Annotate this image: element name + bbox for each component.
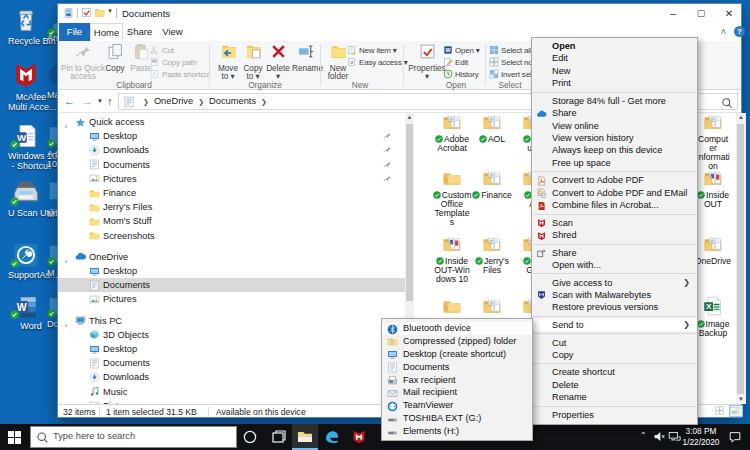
menu-item-properties[interactable]: Properties [532,409,697,421]
qat-new-folder-button[interactable] [94,7,105,18]
menu-item-open[interactable]: Open [532,40,697,52]
send-to-item-teamviewer[interactable]: TeamViewer [382,399,532,412]
ribbon-new-item-button[interactable]: New item ▾ [347,45,397,55]
nav-item-this-pc[interactable]: ∨This PC [58,314,405,328]
ribbon-pin-to-quick-access-button[interactable]: Pin to Quickaccess [58,43,108,82]
help-button[interactable]: ? [734,26,745,37]
scroll-up-icon[interactable]: ▲ [736,113,746,122]
nav-item-onedrive[interactable]: ∨OneDrive [58,250,405,264]
view-list-button[interactable] [715,406,728,417]
menu-item-open-with[interactable]: Open with... [532,259,697,271]
menu-item-new[interactable]: New [532,65,697,77]
task-view-button[interactable] [266,424,292,450]
up-button[interactable]: ↑ [107,95,113,107]
nav-item-downloads[interactable]: Downloads [58,143,405,157]
menu-item-cut[interactable]: Cut [532,337,697,349]
send-to-item-elements-h[interactable]: Elements (H:) [382,425,532,438]
view-thumbnails-button[interactable] [729,405,743,417]
menu-item-scan-with-malwarebytes[interactable]: Scan with Malwarebytes [532,289,697,301]
forward-button[interactable]: → [82,95,93,107]
ribbon-open-button[interactable]: WOpen ▾ [443,45,480,55]
menu-item-combine-files-in-acrobat[interactable]: Combine files in Acrobat... [532,199,697,211]
menu-item-create-shortcut[interactable]: Create shortcut [532,366,697,378]
mcafee-taskbar-button[interactable] [346,424,372,450]
scroll-up-icon[interactable]: ▲ [405,113,414,122]
ribbon-properties-button[interactable]: Properties▾ [407,43,447,82]
menu-item-rename[interactable]: Rename [532,391,697,403]
cortana-button[interactable] [237,424,263,450]
action-center-icon[interactable] [728,430,742,444]
scroll-down-icon[interactable]: ▼ [736,395,746,404]
menu-item-share[interactable]: Share [532,107,697,119]
nav-item-music[interactable]: Music [58,385,405,399]
nav-item-pictures[interactable]: Pictures [58,292,405,306]
menu-item-view-version-history[interactable]: View version history [532,132,697,144]
nav-item-desktop[interactable]: Desktop [58,129,405,143]
nav-item-documents[interactable]: Documents [58,278,405,292]
start-button[interactable] [0,424,28,450]
menu-item-shred[interactable]: Shred [532,229,697,241]
menu-item-free-up-space[interactable]: Free up space [532,157,697,169]
send-to-item-desktop-create-shortcut[interactable]: Desktop (create shortcut) [382,348,532,361]
edge-button[interactable] [319,424,345,450]
send-to-item-mail-recipient[interactable]: Mail recipient [382,386,532,399]
back-button[interactable]: ← [64,95,75,107]
nav-item-downloads[interactable]: Downloads [58,370,405,384]
taskbar-clock[interactable]: 3:08 PM1/22/2020 [681,426,721,447]
volume-icon[interactable] [653,430,666,443]
nav-item-jerry-s-files[interactable]: Jerry's Files [58,200,405,214]
minimize-button[interactable]: – [660,4,686,23]
nav-item-3d-objects[interactable]: 3D Objects [58,328,405,342]
send-to-item-bluetooth-device[interactable]: Bluetooth device [382,322,532,335]
menu-item-view-online[interactable]: View online [532,120,697,132]
menu-item-give-access-to[interactable]: Give access to❯ [532,277,697,289]
menu-item-scan[interactable]: Scan [532,217,697,229]
nav-item-documents[interactable]: Documents [58,356,405,370]
scrollbar-thumb[interactable] [406,124,413,301]
ribbon-easy-access-button[interactable]: Easy access ▾ [347,57,408,67]
ribbon-history-button[interactable]: History [443,69,479,79]
nav-item-mom-s-stuff[interactable]: Mom's Stuff [58,214,405,228]
ribbon-paste-shortcut-button[interactable]: Paste shortcut [150,69,210,79]
menu-item-edit[interactable]: Edit [532,52,697,64]
ribbon-select-all-button[interactable]: Select all [489,45,531,55]
menu-item-delete[interactable]: Delete [532,379,697,391]
tab-share[interactable]: Share [123,23,156,41]
ribbon-copy-path-button[interactable]: Copy path [150,57,197,67]
menu-item-send-to[interactable]: Send to❯ [532,319,697,331]
taskbar-search[interactable]: Type here to search [30,426,237,448]
file-list-scrollbar[interactable]: ▲▼ [736,113,746,404]
menu-item-storage-84-full-get-more[interactable]: Storage 84% full - Get more [532,95,697,107]
nav-item-screenshots[interactable]: Screenshots [58,229,405,243]
nav-item-quick-access[interactable]: ∨Quick access [58,115,405,129]
recent-locations-dropdown[interactable]: ▼ [97,98,103,104]
qat-customize-dropdown[interactable]: ▼ [107,8,113,14]
tab-view[interactable]: View [156,23,189,41]
maximize-button[interactable]: ▢ [688,4,714,23]
ribbon-rename-button[interactable]: Rename [292,43,320,73]
send-to-item-documents[interactable]: Documents [382,361,532,374]
ribbon-copy-button[interactable]: Copy [102,43,128,73]
ribbon-cut-button[interactable]: Cut [150,45,174,55]
menu-item-always-keep-on-this-device[interactable]: Always keep on this device [532,144,697,156]
ribbon-collapse-icon[interactable]: ᐱ [721,28,726,36]
qat-properties-button[interactable] [81,7,92,18]
menu-item-copy[interactable]: Copy [532,349,697,361]
tray-chevron-icon[interactable]: ⌃ [640,431,647,440]
tab-file[interactable]: File [59,23,90,41]
close-button[interactable]: ✕ [716,4,742,23]
send-to-item-toshiba-ext-g[interactable]: TOSHIBA EXT (G:) [382,412,532,425]
file-explorer-button[interactable] [292,424,318,450]
nav-item-finance[interactable]: Finance [58,186,405,200]
menu-item-restore-previous-versions[interactable]: Restore previous versions [532,301,697,313]
menu-item-convert-to-adobe-pdf-and-email[interactable]: Convert to Adobe PDF and EMail [532,187,697,199]
menu-item-convert-to-adobe-pdf[interactable]: Convert to Adobe PDF [532,174,697,186]
ribbon-delete-button[interactable]: Delete▾ [264,43,292,82]
breadcrumb-item[interactable]: Documents [209,94,256,109]
send-to-item-compressed-zipped-folder[interactable]: Compressed (zipped) folder [382,335,532,348]
ribbon-edit-button[interactable]: Edit [443,57,468,67]
nav-item-documents[interactable]: Documents [58,158,405,172]
menu-item-print[interactable]: Print [532,77,697,89]
breadcrumb-item[interactable]: OneDrive [154,94,193,109]
send-to-item-fax-recipient[interactable]: Fax recipient [382,374,532,387]
